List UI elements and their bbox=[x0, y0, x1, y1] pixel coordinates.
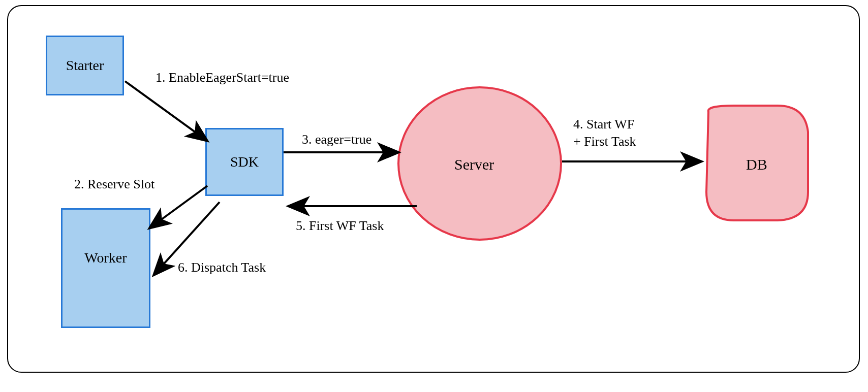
edge-label-1: 1. EnableEagerStart=true bbox=[156, 69, 289, 86]
edge-label-2: 2. Reserve Slot bbox=[74, 176, 154, 193]
node-starter-label: Starter bbox=[66, 57, 104, 74]
svg-line-1 bbox=[125, 81, 206, 140]
node-starter: Starter bbox=[46, 36, 124, 95]
node-worker-label: Worker bbox=[84, 250, 127, 266]
edge-label-3: 3. eager=true bbox=[302, 131, 371, 148]
node-worker: Worker bbox=[61, 208, 150, 328]
node-db-label: DB bbox=[746, 154, 767, 174]
svg-line-2 bbox=[150, 186, 207, 227]
edge-label-4: 4. Start WF + First Task bbox=[573, 116, 636, 150]
diagram-stage: Starter SDK Worker Server DB 1. bbox=[7, 5, 860, 373]
node-sdk-label: SDK bbox=[230, 154, 259, 170]
edge-label-6: 6. Dispatch Task bbox=[178, 259, 266, 276]
edge-label-5: 5. First WF Task bbox=[296, 217, 384, 235]
node-sdk: SDK bbox=[205, 128, 284, 196]
node-server-label: Server bbox=[454, 154, 494, 174]
